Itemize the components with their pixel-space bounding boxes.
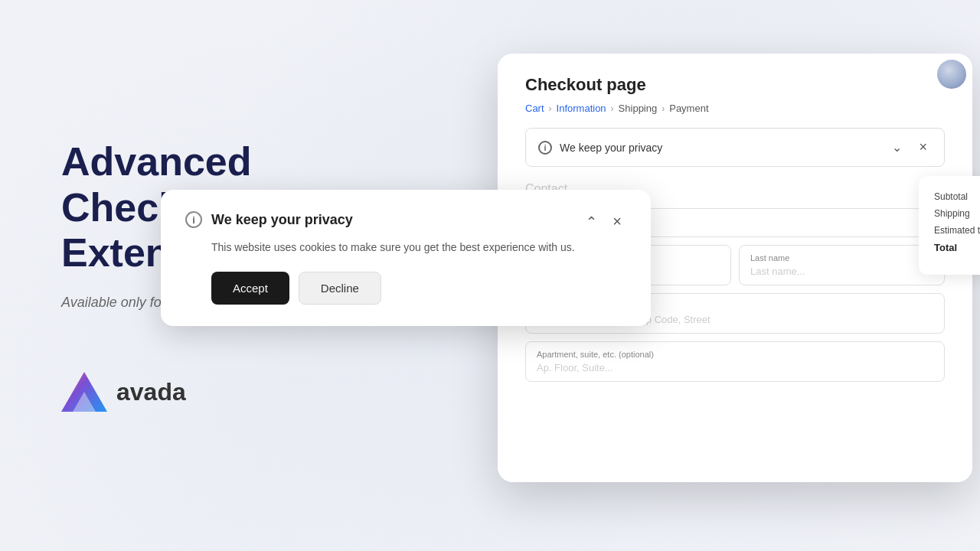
modal-body: This website uses cookies to make sure y… [185, 241, 626, 253]
order-shipping: Shipping [934, 208, 980, 219]
last-name-value: Last name... [750, 266, 933, 277]
last-name-field[interactable]: Last name Last name... [739, 245, 945, 285]
apt-value: Ap. Floor, Suite... [537, 362, 933, 373]
modal-title: We keep your privacy [211, 212, 353, 228]
modal-collapse-button[interactable]: ⌃ [581, 212, 602, 232]
breadcrumb-payment: Payment [669, 103, 708, 114]
order-subtotal: Subtotal [934, 191, 980, 202]
order-summary: Subtotal Shipping Estimated tax Total [919, 176, 980, 275]
privacy-banner-left: i We keep your privacy [538, 141, 662, 155]
breadcrumb: Cart › Information › Shipping › Payment [525, 103, 945, 114]
privacy-banner-actions: ⌄ × [887, 138, 932, 157]
checkout-title: Checkout page [525, 75, 945, 95]
order-total: Total [934, 242, 980, 253]
avatar-image [937, 60, 966, 89]
privacy-banner-collapse-button[interactable]: ⌄ [887, 139, 906, 156]
modal-title-area: i We keep your privacy [185, 211, 353, 228]
modal-footer: Accept Decline [185, 272, 626, 305]
avada-logo-icon [61, 372, 107, 412]
modal-close-button[interactable]: × [608, 211, 626, 232]
privacy-banner-close-button[interactable]: × [914, 138, 932, 157]
accept-button[interactable]: Accept [211, 272, 289, 305]
apt-label: Apartment, suite, etc. (optional) [537, 350, 933, 359]
modal-controls: ⌃ × [581, 211, 626, 232]
privacy-info-icon: i [538, 141, 552, 155]
modal-info-icon: i [185, 211, 202, 228]
last-name-label: Last name [750, 253, 933, 262]
privacy-banner-text: We keep your privacy [560, 142, 662, 154]
avada-logo-text: avada [116, 378, 186, 406]
breadcrumb-sep-1: › [549, 103, 552, 114]
modal-header: i We keep your privacy ⌃ × [185, 211, 626, 232]
avada-logo: avada [61, 372, 413, 412]
breadcrumb-shipping: Shipping [619, 103, 658, 114]
decline-button[interactable]: Decline [299, 272, 381, 305]
breadcrumb-cart[interactable]: Cart [525, 103, 544, 114]
breadcrumb-sep-3: › [662, 103, 665, 114]
order-estimated-tax: Estimated tax [934, 225, 980, 236]
checkout-privacy-banner: i We keep your privacy ⌄ × [525, 128, 945, 167]
privacy-modal: i We keep your privacy ⌃ × This website … [161, 190, 651, 326]
apt-field[interactable]: Apartment, suite, etc. (optional) Ap. Fl… [525, 341, 945, 382]
breadcrumb-sep-2: › [611, 103, 614, 114]
breadcrumb-information[interactable]: Information [557, 103, 606, 114]
avatar [937, 60, 966, 89]
